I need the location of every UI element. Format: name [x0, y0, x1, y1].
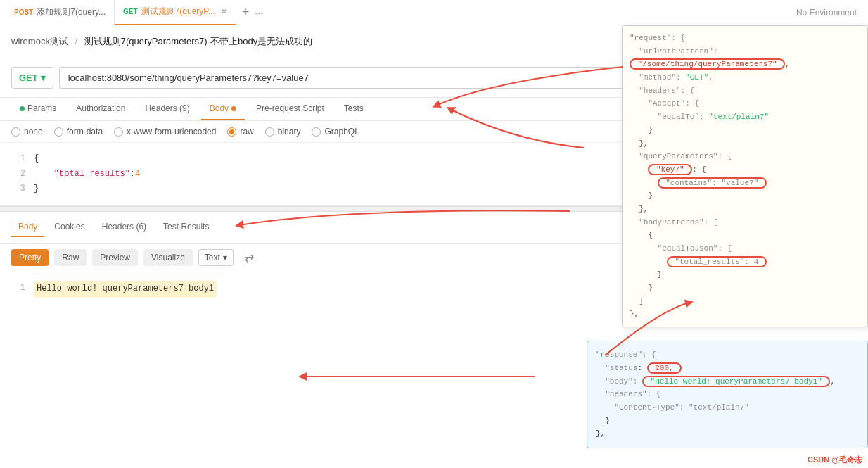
tab-post-label: 添加规则7(query... — [37, 6, 106, 18]
tab-tests[interactable]: Tests — [336, 98, 372, 120]
resp-tab-body-label: Body — [18, 222, 37, 232]
fmt-visualize-button[interactable]: Visualize — [143, 249, 193, 266]
tab-params-label: Params — [27, 103, 56, 113]
radio-urlencoded — [114, 127, 123, 137]
code-indent: "total_results":4 — [34, 167, 140, 182]
tab-get[interactable]: GET 测试规则7(queryP... ✕ — [115, 0, 236, 25]
resp-tab-test-results[interactable]: Test Results — [156, 217, 216, 237]
method-badge-get: GET — [123, 8, 138, 15]
option-urlencoded-label: x-www-form-urlencoded — [127, 127, 216, 137]
option-graphql-label: GraphQL — [324, 127, 359, 137]
line-num-3: 3 — [11, 182, 25, 197]
top-annotation-box: "request": { "urlPathPattern": "/some/th… — [622, 25, 868, 327]
tab-get-label: 测试规则7(queryP... — [141, 6, 215, 18]
option-form-data[interactable]: form-data — [54, 127, 103, 137]
breadcrumb-root[interactable]: wiremock测试 — [11, 36, 68, 46]
breadcrumb-current: 测试规则7(queryParameters7)-不带上body是无法成功的 — [84, 36, 312, 46]
add-tab-button[interactable]: + — [242, 5, 250, 20]
format-type-label: Text — [205, 253, 220, 263]
resp-tab-body[interactable]: Body — [11, 217, 44, 237]
tab-post[interactable]: POST 添加规则7(query... — [6, 0, 115, 25]
chevron-down-icon: ▾ — [41, 72, 46, 83]
chevron-down-icon-fmt: ▾ — [223, 253, 227, 263]
tab-authorization[interactable]: Authorization — [68, 98, 134, 120]
radio-form-data — [54, 127, 63, 137]
radio-none — [11, 127, 20, 137]
resp-tab-test-results-label: Test Results — [163, 222, 209, 232]
tab-body-label: Body — [210, 103, 229, 113]
tab-close-button[interactable]: ✕ — [221, 7, 227, 16]
code-brace-close: } — [34, 182, 39, 197]
body-dot — [231, 106, 236, 111]
params-dot — [20, 106, 25, 111]
code-brace-open: { — [34, 151, 39, 167]
option-urlencoded[interactable]: x-www-form-urlencoded — [114, 127, 216, 137]
tab-tests-label: Tests — [344, 103, 364, 113]
csdn-watermark: CSDN @毛奇志 — [808, 455, 862, 465]
code-key-total: "total_results" — [54, 169, 130, 179]
breadcrumb-sep: / — [75, 36, 78, 46]
option-none[interactable]: none — [11, 127, 43, 137]
method-badge-post: POST — [14, 8, 33, 16]
response-tabs: Body Cookies Headers (6) Test Results — [11, 217, 216, 237]
fmt-raw-button[interactable]: Raw — [54, 249, 87, 266]
option-binary[interactable]: binary — [265, 127, 301, 137]
resp-tab-cookies[interactable]: Cookies — [47, 217, 91, 237]
no-environment: No Environment — [796, 8, 862, 18]
code-val-4: 4 — [135, 169, 140, 179]
radio-raw — [227, 127, 236, 137]
bottom-annotation-box: "response": { "status: 200, "body": "Hel… — [587, 341, 868, 448]
line-num-2: 2 — [11, 167, 25, 182]
format-type-dropdown[interactable]: Text ▾ — [198, 249, 234, 266]
option-graphql[interactable]: GraphQL — [312, 127, 359, 137]
method-select[interactable]: GET ▾ — [11, 67, 53, 89]
option-form-data-label: form-data — [67, 127, 103, 137]
radio-binary — [265, 127, 274, 137]
tab-body[interactable]: Body — [201, 98, 245, 120]
tab-params[interactable]: Params — [11, 98, 65, 120]
option-raw[interactable]: raw — [227, 127, 253, 137]
tab-actions: + ··· — [242, 5, 263, 20]
resp-tab-headers-label: Headers (6) — [102, 222, 146, 232]
tab-bar: POST 添加规则7(query... GET 测试规则7(queryP... … — [0, 0, 868, 25]
method-value: GET — [19, 72, 38, 83]
option-binary-label: binary — [278, 127, 301, 137]
more-tabs-button[interactable]: ··· — [255, 7, 263, 18]
tab-headers[interactable]: Headers (9) — [136, 98, 198, 120]
radio-graphql — [312, 127, 321, 137]
wrap-icon[interactable]: ⇄ — [245, 251, 254, 265]
resp-tab-cookies-label: Cookies — [54, 222, 84, 232]
fmt-pretty-button[interactable]: Pretty — [11, 249, 49, 266]
line-num-1: 1 — [11, 151, 25, 167]
option-raw-label: raw — [240, 127, 253, 137]
option-none-label: none — [24, 127, 43, 137]
tab-authorization-label: Authorization — [76, 103, 125, 113]
anno-top-content: "request": { "urlPathPattern": "/some/th… — [630, 32, 860, 321]
breadcrumb: wiremock测试 / 测试规则7(queryParameters7)-不带上… — [11, 35, 312, 48]
resp-tab-headers[interactable]: Headers (6) — [95, 217, 153, 237]
page-wrapper: POST 添加规则7(query... GET 测试规则7(queryP... … — [0, 0, 868, 468]
tab-headers-label: Headers (9) — [145, 103, 189, 113]
tab-pre-request[interactable]: Pre-request Script — [248, 98, 333, 120]
resp-code-content-1: Hello world! queryParameters7 body1 — [34, 281, 217, 298]
resp-line-num-1: 1 — [11, 281, 25, 298]
fmt-preview-button[interactable]: Preview — [92, 249, 138, 266]
tab-pre-request-label: Pre-request Script — [256, 103, 324, 113]
